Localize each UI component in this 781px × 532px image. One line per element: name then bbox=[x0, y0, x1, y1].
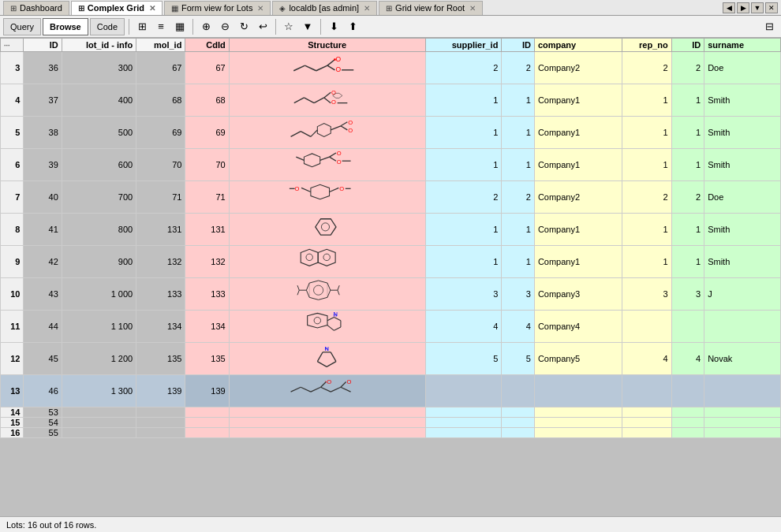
svg-point-60 bbox=[314, 317, 320, 323]
row-pid bbox=[671, 311, 704, 343]
row-cdid: 133 bbox=[185, 278, 229, 311]
win-close-btn[interactable]: ✕ bbox=[765, 2, 778, 13]
undo-btn[interactable]: ↩ bbox=[254, 18, 271, 35]
row-surname: Smith bbox=[704, 149, 781, 181]
row-id: 36 bbox=[24, 52, 62, 84]
tab-grid-root[interactable]: ⊞ Grid view for Root ✕ bbox=[379, 1, 483, 15]
svg-line-72 bbox=[317, 362, 327, 367]
svg-text:O: O bbox=[331, 99, 336, 106]
row-cdid: 67 bbox=[185, 52, 229, 84]
browse-button[interactable]: Browse bbox=[43, 18, 88, 35]
tab-dashboard[interactable]: ⊞ Dashboard bbox=[3, 1, 69, 15]
export-btn[interactable]: ⬆ bbox=[344, 18, 361, 35]
row-company bbox=[534, 428, 622, 438]
row-surname bbox=[704, 428, 781, 438]
header-rep-no[interactable]: rep_no bbox=[622, 39, 671, 52]
tab-close-localdb[interactable]: ✕ bbox=[364, 4, 370, 13]
layout-btn[interactable]: ⊟ bbox=[760, 18, 778, 35]
insert-btn[interactable]: ⊕ bbox=[197, 18, 215, 35]
row-sid: 1 bbox=[502, 214, 534, 246]
header-surname[interactable]: surname bbox=[704, 39, 781, 52]
header-supplier-id[interactable]: supplier_id bbox=[425, 39, 502, 52]
grid-container: ··· ID lot_id - info mol_id CdId Structu… bbox=[0, 38, 781, 516]
row-cdid bbox=[185, 407, 229, 418]
row-pid: 2 bbox=[671, 52, 704, 84]
header-sid[interactable]: ID bbox=[502, 39, 534, 52]
tab-close-form-view[interactable]: ✕ bbox=[257, 4, 263, 13]
import-btn[interactable]: ⬇ bbox=[325, 18, 342, 35]
row-id: 55 bbox=[24, 428, 62, 438]
status-bar: Lots: 16 out of 16 rows. bbox=[0, 516, 781, 532]
row-structure: O O bbox=[229, 84, 425, 117]
win-menu-btn[interactable]: ▼ bbox=[751, 2, 764, 13]
row-repno: 1 bbox=[622, 214, 671, 246]
tab-form-view[interactable]: ▦ Form view for Lots ✕ bbox=[164, 1, 271, 15]
svg-marker-45 bbox=[301, 249, 318, 266]
table-row[interactable]: 13 46 1 300 139 139 O O bbox=[1, 375, 781, 407]
header-pid[interactable]: ID bbox=[671, 39, 704, 52]
row-company: Company5 bbox=[534, 343, 622, 375]
header-mol-id[interactable]: mol_id bbox=[136, 39, 185, 52]
row-lot bbox=[62, 407, 136, 418]
table-view-btn[interactable]: ⊞ bbox=[133, 18, 151, 35]
header-lot-info[interactable]: lot_id - info bbox=[62, 39, 136, 52]
table-row[interactable]: 14 53 bbox=[1, 407, 781, 418]
table-row[interactable]: 8 41 800 131 131 1 1 Company1 1 1 Smith bbox=[1, 214, 781, 246]
table-row[interactable]: 16 55 bbox=[1, 428, 781, 438]
table-row[interactable]: 6 39 600 70 70 O O 1 1 Company1 1 1 Smit… bbox=[1, 149, 781, 181]
header-cdid[interactable]: CdId bbox=[185, 39, 229, 52]
svg-line-70 bbox=[331, 352, 336, 362]
row-lot: 1 100 bbox=[62, 311, 136, 343]
table-row[interactable]: 3 36 300 67 67 O O 2 2 Company2 2 2 Doe bbox=[1, 52, 781, 84]
table-row[interactable]: 7 40 700 71 71 O O 2 2 Company2 2 2 Doe bbox=[1, 181, 781, 214]
row-sid: 1 bbox=[502, 84, 534, 117]
table-row[interactable]: 4 37 400 68 68 O O 1 1 Company1 1 1 Smit… bbox=[1, 84, 781, 117]
tab-close-complex-grid[interactable]: ✕ bbox=[149, 4, 155, 13]
header-id[interactable]: ID bbox=[24, 39, 62, 52]
delete-btn[interactable]: ⊖ bbox=[216, 18, 234, 35]
status-text: Lots: 16 out of 16 rows. bbox=[6, 520, 96, 530]
list-view-btn[interactable]: ≡ bbox=[152, 18, 170, 35]
header-company[interactable]: company bbox=[534, 39, 622, 52]
table-row[interactable]: 15 54 bbox=[1, 418, 781, 428]
bookmark-btn[interactable]: ☆ bbox=[280, 18, 297, 35]
table-row[interactable]: 11 44 1 100 134 134 N H 4 4 Company4 bbox=[1, 311, 781, 343]
refresh-btn[interactable]: ↻ bbox=[235, 18, 252, 35]
row-cdid: 134 bbox=[185, 311, 229, 343]
row-pid: 1 bbox=[671, 246, 704, 278]
svg-line-37 bbox=[301, 188, 311, 192]
win-prev-btn[interactable]: ◀ bbox=[723, 2, 735, 13]
grid-wrapper[interactable]: ··· ID lot_id - info mol_id CdId Structu… bbox=[0, 38, 781, 516]
svg-text:O: O bbox=[335, 65, 341, 73]
row-repno: 3 bbox=[622, 278, 671, 311]
row-structure bbox=[229, 418, 425, 428]
complex-grid-icon: ⊞ bbox=[78, 4, 84, 13]
row-num: 12 bbox=[1, 343, 24, 375]
row-lot: 600 bbox=[62, 149, 136, 181]
filter-btn[interactable]: ▼ bbox=[299, 18, 316, 35]
row-cdid bbox=[185, 418, 229, 428]
svg-line-2 bbox=[316, 65, 327, 71]
tab-close-grid-root[interactable]: ✕ bbox=[469, 4, 476, 13]
form-view-btn[interactable]: ▦ bbox=[171, 18, 189, 35]
table-row[interactable]: 12 45 1 200 135 135 N H 5 5 Company5 4 4… bbox=[1, 343, 781, 375]
header-row: ··· ID lot_id - info mol_id CdId Structu… bbox=[1, 39, 781, 52]
row-cdid: 139 bbox=[185, 375, 229, 407]
query-button[interactable]: Query bbox=[3, 18, 41, 35]
header-structure[interactable]: Structure bbox=[229, 39, 425, 52]
svg-text:H: H bbox=[333, 313, 336, 318]
row-sid: 1 bbox=[502, 117, 534, 149]
table-row[interactable]: 9 42 900 132 132 1 1 Company1 1 1 Smith bbox=[1, 246, 781, 278]
toolbar: Query Browse Code ⊞ ≡ ▦ ⊕ ⊖ ↻ ↩ ☆ ▼ ⬇ ⬆ … bbox=[0, 16, 781, 38]
table-row[interactable]: 10 43 1 000 133 133 3 3 Company3 3 3 J bbox=[1, 278, 781, 311]
row-pid: 2 bbox=[671, 181, 704, 214]
table-row[interactable]: 5 38 500 69 69 O O 1 1 Company1 1 1 Smit… bbox=[1, 117, 781, 149]
tab-localdb[interactable]: ◈ localdb [as admin] ✕ bbox=[272, 1, 377, 15]
win-next-btn[interactable]: ▶ bbox=[737, 2, 749, 13]
row-cdid: 135 bbox=[185, 343, 229, 375]
code-button[interactable]: Code bbox=[90, 18, 125, 35]
row-lot: 900 bbox=[62, 246, 136, 278]
row-num: 15 bbox=[1, 418, 24, 428]
tab-complex-grid[interactable]: ⊞ Complex Grid ✕ bbox=[71, 1, 163, 15]
row-id: 45 bbox=[24, 343, 62, 375]
